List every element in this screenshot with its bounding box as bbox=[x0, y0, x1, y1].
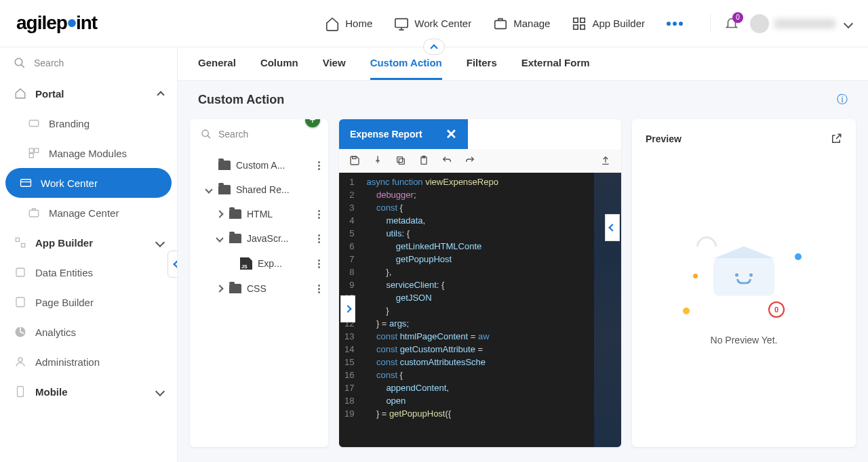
tab-filters[interactable]: Filters bbox=[467, 57, 497, 80]
tree-node[interactable]: Shared Re... bbox=[190, 177, 328, 202]
sidebar-item-work-center[interactable]: Work Center bbox=[5, 168, 172, 198]
kebab-menu[interactable] bbox=[318, 285, 320, 293]
sidebar-item-analytics[interactable]: Analytics bbox=[0, 317, 177, 347]
copy-button[interactable] bbox=[395, 154, 407, 167]
tree-node[interactable]: JSExp... bbox=[190, 251, 328, 276]
svg-rect-14 bbox=[22, 244, 25, 247]
nav-more[interactable] bbox=[667, 16, 683, 31]
chevron-down-icon bbox=[155, 387, 165, 396]
sidebar-group-mobile[interactable]: Mobile bbox=[0, 377, 177, 406]
kebab-menu[interactable] bbox=[318, 234, 320, 243]
page-builder-icon bbox=[14, 295, 27, 309]
chevron-down-icon bbox=[155, 238, 165, 247]
sidebar-item-manage-modules[interactable]: Manage Modules bbox=[0, 138, 177, 168]
notifications-button[interactable]: 0 bbox=[724, 16, 739, 31]
sidebar-search[interactable]: Search bbox=[0, 47, 177, 79]
nav-manage[interactable]: Manage bbox=[493, 16, 550, 31]
work-center-icon bbox=[19, 176, 33, 190]
save-button[interactable] bbox=[349, 154, 361, 167]
sidebar-group-portal[interactable]: Portal bbox=[0, 79, 177, 108]
editor-tab[interactable]: Expense Report ✕ bbox=[339, 119, 468, 149]
nav-app-builder[interactable]: App Builder bbox=[572, 16, 645, 31]
svg-point-6 bbox=[15, 58, 22, 66]
svg-rect-11 bbox=[21, 180, 31, 187]
sidebar-item-branding[interactable]: Branding bbox=[0, 108, 177, 138]
js-file-icon: JS bbox=[240, 257, 252, 270]
sidebar-item-data-entities[interactable]: Data Entities bbox=[0, 257, 177, 287]
search-icon bbox=[201, 129, 212, 140]
paste-button[interactable] bbox=[418, 154, 430, 167]
kebab-menu[interactable] bbox=[318, 210, 320, 219]
svg-rect-7 bbox=[29, 121, 39, 127]
nav-label: Manage bbox=[513, 18, 550, 29]
upload-button[interactable] bbox=[599, 154, 612, 167]
tab-general[interactable]: General bbox=[198, 57, 236, 80]
manage-center-icon bbox=[27, 206, 41, 219]
analytics-icon bbox=[14, 325, 27, 339]
empty-state-illustration: 0 bbox=[683, 233, 805, 321]
collapse-sidebar-button[interactable] bbox=[167, 251, 178, 278]
nav-label: Work Center bbox=[414, 18, 471, 29]
tab-column[interactable]: Column bbox=[260, 57, 298, 80]
tree-node-label: JavaScr... bbox=[247, 233, 313, 244]
chevron-left-icon bbox=[173, 260, 178, 268]
svg-rect-20 bbox=[353, 156, 356, 159]
chevron-up-icon bbox=[430, 44, 437, 51]
avatar bbox=[750, 14, 769, 33]
tree-node-label: Shared Re... bbox=[236, 184, 320, 195]
redo-button[interactable] bbox=[464, 154, 476, 167]
collapse-header-button[interactable] bbox=[423, 39, 445, 55]
app-builder-icon bbox=[14, 236, 27, 249]
popout-button[interactable] bbox=[830, 133, 842, 145]
chevron-right-icon bbox=[344, 305, 351, 312]
nav-home[interactable]: Home bbox=[325, 16, 372, 31]
user-name bbox=[774, 19, 835, 28]
more-icon bbox=[667, 22, 683, 26]
kebab-menu[interactable] bbox=[318, 259, 320, 268]
tree-node[interactable]: JavaScr... bbox=[190, 226, 328, 251]
collapse-left-button[interactable] bbox=[605, 214, 620, 241]
svg-rect-15 bbox=[16, 268, 24, 276]
pin-button[interactable] bbox=[372, 154, 384, 167]
tree-node[interactable]: CSS bbox=[190, 276, 328, 301]
tree-node-label: Custom A... bbox=[236, 160, 313, 171]
info-icon[interactable]: ⓘ bbox=[837, 93, 848, 107]
caret-icon bbox=[216, 234, 223, 242]
tree-node-label: Exp... bbox=[258, 258, 313, 269]
collapse-right-button[interactable] bbox=[340, 295, 355, 322]
editor-tab-title: Expense Report bbox=[350, 129, 422, 140]
svg-rect-3 bbox=[580, 18, 585, 22]
svg-rect-4 bbox=[574, 24, 578, 28]
user-menu[interactable] bbox=[750, 14, 852, 33]
search-icon bbox=[14, 57, 26, 69]
tree-node[interactable]: HTML bbox=[190, 202, 328, 226]
folder-icon bbox=[218, 185, 231, 194]
svg-rect-8 bbox=[29, 148, 33, 152]
tab-custom-action[interactable]: Custom Action bbox=[370, 57, 442, 80]
tab-external-form[interactable]: External Form bbox=[521, 57, 590, 80]
svg-rect-10 bbox=[29, 154, 33, 158]
caret-icon bbox=[205, 186, 212, 193]
branding-icon bbox=[27, 117, 41, 130]
sidebar-item-administration[interactable]: Administration bbox=[0, 347, 177, 377]
close-tab-button[interactable]: ✕ bbox=[446, 126, 457, 142]
tab-view[interactable]: View bbox=[323, 57, 346, 80]
admin-icon bbox=[14, 355, 27, 369]
sidebar-item-manage-center[interactable]: Manage Center bbox=[0, 198, 177, 228]
svg-point-19 bbox=[202, 130, 208, 136]
sidebar-group-app-builder[interactable]: App Builder bbox=[0, 228, 177, 257]
home-icon bbox=[325, 16, 340, 31]
svg-rect-9 bbox=[35, 148, 39, 152]
modules-icon bbox=[27, 146, 41, 160]
undo-button[interactable] bbox=[441, 154, 453, 167]
tree-node[interactable]: Custom A... bbox=[190, 153, 328, 177]
chevron-up-icon bbox=[157, 91, 164, 98]
folder-icon bbox=[229, 209, 241, 219]
sidebar-item-page-builder[interactable]: Page Builder bbox=[0, 287, 177, 317]
chevron-left-icon bbox=[608, 224, 616, 231]
nav-work-center[interactable]: Work Center bbox=[394, 16, 471, 31]
code-editor[interactable]: 12345678910111213141516171819 async func… bbox=[339, 173, 621, 447]
folder-icon bbox=[229, 284, 241, 293]
svg-rect-16 bbox=[16, 297, 24, 307]
kebab-menu[interactable] bbox=[318, 161, 320, 170]
